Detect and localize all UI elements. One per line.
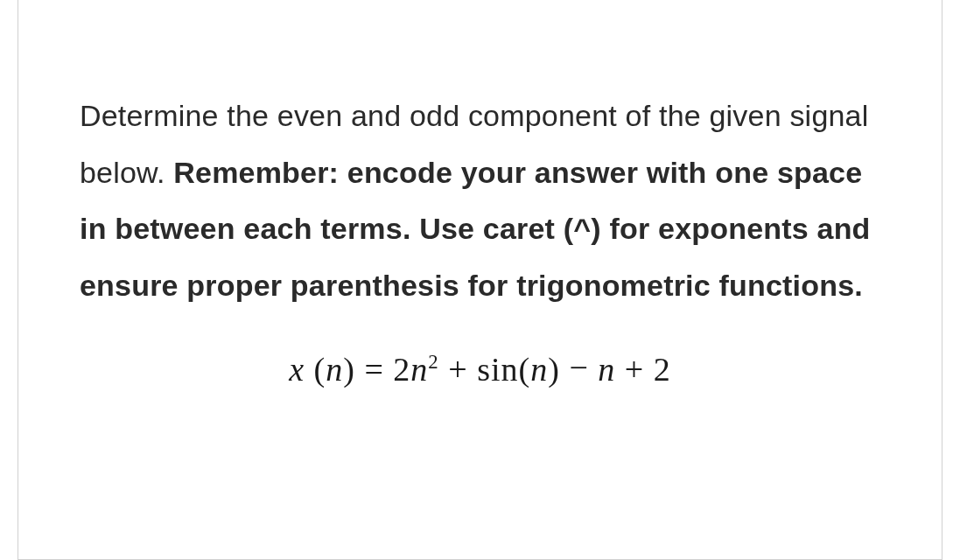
eq-op3-sym: + (625, 351, 644, 388)
eq-op2-sym: − (569, 348, 588, 387)
eq-lhs-var: x (289, 351, 305, 388)
question-instruction: Remember: encode your answer with one sp… (80, 156, 871, 302)
eq-term3: n (598, 351, 615, 388)
eq-term1-var: n (410, 351, 428, 388)
eq-term2-rparen: ) (548, 351, 560, 388)
question-text: Determine the even and odd component of … (80, 88, 880, 313)
eq-lparen: ( (314, 351, 326, 388)
eq-equals: = (364, 351, 393, 388)
eq-term1-exp: 2 (428, 352, 438, 374)
eq-term2-arg: n (530, 351, 548, 388)
eq-rparen: ) (343, 351, 355, 388)
eq-op1-sym: + (448, 351, 467, 388)
question-content: Determine the even and odd component of … (18, 0, 942, 406)
eq-lhs-arg: n (326, 351, 343, 388)
eq-term2-lparen: ( (519, 351, 531, 388)
eq-term2-func: sin (477, 351, 518, 388)
eq-term4: 2 (654, 351, 671, 388)
eq-term1-coef: 2 (393, 351, 410, 388)
equation: x (n) = 2n2 + sin(n) − n + 2 (80, 350, 880, 388)
question-container: Determine the even and odd component of … (18, 0, 942, 560)
